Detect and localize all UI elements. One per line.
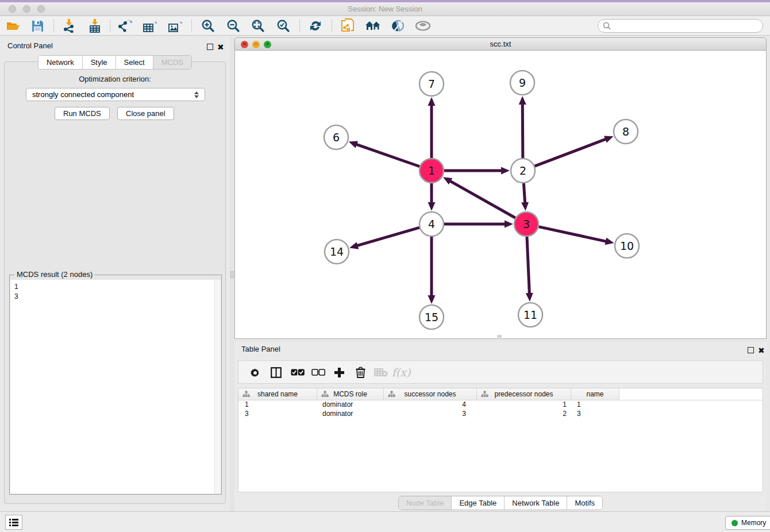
export-image-icon[interactable] [167, 18, 184, 34]
optimization-criterion-select[interactable]: strongly connected component [26, 88, 205, 101]
graph-edge-2-9[interactable] [522, 103, 523, 158]
column-header-shared-name[interactable]: shared name [238, 388, 317, 400]
graph-node-label: 9 [519, 76, 526, 89]
toolbar-separator [332, 20, 332, 32]
graph-arrowhead [605, 238, 614, 245]
deselect-all-rows-icon[interactable] [310, 364, 327, 380]
close-panel-button[interactable]: Close panel [117, 107, 174, 120]
tab-edge-table[interactable]: Edge Table [451, 496, 504, 510]
graph-edge-3-1[interactable] [449, 180, 515, 218]
tab-mcds[interactable]: MCDS [153, 56, 191, 69]
mcds-result-textarea[interactable]: 1 3 [10, 280, 221, 494]
graph-edge-3-10[interactable] [538, 227, 607, 242]
cell-shared-name[interactable]: 3 [238, 410, 317, 419]
tab-motifs[interactable]: Motifs [567, 496, 602, 510]
function-builder-icon[interactable]: f(x) [392, 364, 410, 380]
zoom-out-icon[interactable] [225, 18, 242, 34]
column-header-successor-nodes[interactable]: successor nodes [384, 388, 477, 400]
open-file-icon[interactable] [5, 18, 22, 34]
control-panel: Control Panel ✖ Network Style Select MCD… [0, 37, 230, 511]
add-column-icon[interactable] [330, 364, 348, 380]
column-header-name[interactable]: name [571, 388, 619, 400]
minimize-window-button[interactable] [23, 5, 30, 13]
tab-network[interactable]: Network [38, 56, 82, 69]
graph-edge-2-3[interactable] [523, 183, 525, 204]
export-table-icon[interactable] [141, 18, 159, 34]
tab-node-table[interactable]: Node Table [399, 496, 452, 510]
mcds-result-group: MCDS result (2 nodes) 1 3 [9, 275, 222, 495]
tree-icon [242, 391, 250, 398]
graph-edge-2-8[interactable] [535, 138, 607, 166]
table-row[interactable]: 1 dominator 4 1 1 [238, 400, 763, 410]
cell-successor-nodes[interactable]: 4 [384, 400, 477, 410]
close-table-panel-icon[interactable]: ✖ [758, 345, 765, 356]
import-network-icon[interactable] [60, 18, 78, 34]
cell-predecessor-nodes[interactable]: 2 [477, 410, 571, 419]
maximize-view-button[interactable]: + [264, 41, 271, 48]
column-header-mcds-role[interactable]: MCDS role [317, 388, 384, 400]
network-scrollbar-grip[interactable] [497, 335, 502, 338]
table-options-icon[interactable] [247, 364, 264, 380]
show-columns-icon[interactable] [267, 364, 284, 380]
show-styles-icon[interactable] [389, 18, 406, 34]
zoom-in-icon[interactable] [199, 18, 217, 34]
cell-shared-name[interactable]: 1 [238, 400, 317, 410]
cell-mcds-role[interactable]: dominator [317, 400, 384, 410]
graph-edge-3-11[interactable] [527, 237, 529, 295]
delete-column-icon[interactable] [352, 364, 369, 380]
network-view-title: scc.txt [235, 38, 766, 51]
column-header-predecessor-nodes[interactable]: predecessor nodes [477, 388, 571, 400]
float-table-panel-icon[interactable] [748, 345, 754, 356]
panel-splitter[interactable] [230, 37, 234, 511]
home-icon[interactable] [364, 18, 382, 34]
float-panel-icon[interactable] [207, 42, 213, 52]
tab-network-table[interactable]: Network Table [504, 496, 567, 510]
close-panel-icon[interactable]: ✖ [217, 42, 224, 52]
graph-edge-4-14[interactable] [356, 228, 419, 246]
table-row[interactable]: 3 dominator 3 2 3 [238, 410, 763, 419]
list-icon [9, 518, 19, 527]
close-window-button[interactable] [9, 5, 16, 13]
export-network-icon[interactable] [117, 18, 134, 34]
show-hide-icon[interactable] [414, 18, 432, 34]
zoom-window-button[interactable] [37, 5, 45, 13]
minimize-view-button[interactable]: − [252, 41, 260, 48]
graph-node-label: 4 [428, 218, 435, 230]
splitter-grip[interactable] [230, 271, 234, 278]
clone-network-icon[interactable] [339, 18, 356, 34]
zoom-fit-icon[interactable] [249, 18, 267, 34]
table-panel-title: Table Panel [241, 345, 280, 353]
graph-node-label: 2 [519, 164, 526, 177]
mcds-tab-content: Optimization criterion: strongly connect… [4, 61, 226, 504]
close-view-button[interactable]: ✕ [241, 41, 248, 48]
search-input[interactable] [614, 22, 763, 30]
cell-successor-nodes[interactable]: 3 [384, 410, 477, 419]
refresh-view-icon[interactable] [307, 18, 324, 34]
task-history-button[interactable] [5, 515, 22, 530]
memory-button[interactable]: Memory [725, 516, 770, 530]
cell-name[interactable]: 1 [571, 400, 619, 410]
tab-style[interactable]: Style [82, 56, 116, 69]
cell-mcds-role[interactable]: dominator [317, 410, 384, 419]
graph-edge-1-6[interactable] [355, 144, 419, 167]
graph-node-label: 3 [523, 218, 530, 230]
network-canvas[interactable]: 7968124314101511 [234, 51, 767, 339]
save-session-icon[interactable] [29, 18, 46, 34]
mcds-result-scrollbar[interactable] [214, 280, 221, 494]
cell-name[interactable]: 3 [571, 410, 619, 419]
search-field[interactable] [598, 19, 763, 33]
tab-select[interactable]: Select [116, 56, 153, 69]
selected-option: strongly connected component [32, 90, 134, 99]
zoom-selected-icon[interactable] [275, 18, 292, 34]
cell-predecessor-nodes[interactable]: 1 [477, 400, 571, 410]
column-header-filler [619, 388, 763, 400]
graph-arrowhead [521, 202, 529, 211]
table-header-row: shared name MCDS role successor nodes pr… [238, 388, 763, 400]
import-table-icon[interactable] [86, 18, 103, 34]
window-title: Session: New Session [0, 2, 770, 16]
memory-status-icon [732, 520, 738, 526]
select-all-rows-icon[interactable] [289, 364, 306, 380]
delete-table-icon[interactable] [372, 364, 390, 380]
run-mcds-button[interactable]: Run MCDS [55, 107, 110, 120]
toolbar-separator [53, 20, 54, 32]
